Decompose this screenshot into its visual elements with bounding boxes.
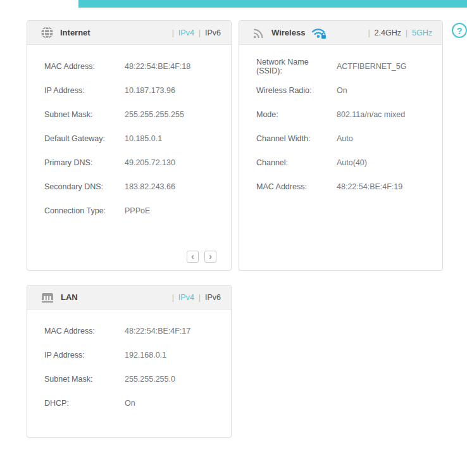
tab[interactable]: IPv4 bbox=[178, 293, 194, 302]
lan-card: LAN | IPv4 | IPv6 MAC Addr bbox=[27, 285, 232, 438]
field-value: 48:22:54:BE:4F:19 bbox=[337, 182, 402, 191]
internet-pager: ‹ › bbox=[187, 251, 216, 263]
wireless-card-body: Network Name (SSID): ACTFIBERNET_5G Wire… bbox=[239, 45, 442, 199]
field-row: Channel: Auto(40) bbox=[239, 151, 442, 175]
field-label: Channel: bbox=[256, 158, 337, 167]
wireless-card-title: Wireless bbox=[271, 28, 305, 37]
field-label: MAC Address: bbox=[256, 182, 337, 191]
chevron-right-icon: › bbox=[209, 252, 212, 261]
lan-tabs: | IPv4 | IPv6 bbox=[168, 293, 221, 302]
status-page: ? Internet | bbox=[0, 0, 467, 476]
lan-card-body: MAC Address: 48:22:54:BE:4F:17 IP Addres… bbox=[27, 310, 231, 415]
field-label: MAC Address: bbox=[44, 62, 125, 71]
chevron-left-icon: ‹ bbox=[191, 252, 194, 261]
internet-card-body: MAC Address: 48:22:54:BE:4F:18 IP Addres… bbox=[27, 45, 231, 223]
field-row: MAC Address: 48:22:54:BE:4F:17 bbox=[27, 319, 231, 343]
help-icon[interactable]: ? bbox=[452, 23, 467, 38]
field-value: 10.185.0.1 bbox=[125, 134, 162, 143]
field-label: Channel Width: bbox=[256, 134, 337, 143]
field-value: 48:22:54:BE:4F:18 bbox=[125, 62, 190, 71]
field-value: 802.11a/n/ac mixed bbox=[337, 110, 405, 119]
field-value: 49.205.72.130 bbox=[125, 158, 175, 167]
field-value: 48:22:54:BE:4F:17 bbox=[125, 327, 190, 335]
field-label: Secondary DNS: bbox=[44, 182, 125, 191]
wireless-card: Wireless | 2.4GHz bbox=[239, 20, 443, 271]
tab-separator: | bbox=[368, 28, 370, 37]
lan-card-title: LAN bbox=[61, 292, 78, 302]
internet-tabs: | IPv4 | IPv6 bbox=[168, 28, 221, 37]
internet-card-header: Internet | IPv4 | IPv6 bbox=[27, 21, 231, 45]
field-label: MAC Address: bbox=[44, 327, 125, 335]
lan-ports-icon bbox=[40, 291, 54, 303]
field-label: DHCP: bbox=[44, 399, 125, 408]
tab-separator: | bbox=[406, 28, 408, 37]
tab[interactable]: IPv6 bbox=[205, 28, 221, 37]
field-value: Auto(40) bbox=[337, 158, 367, 167]
field-row: IP Address: 10.187.173.96 bbox=[27, 78, 231, 103]
tab-separator: | bbox=[199, 293, 201, 302]
tab-separator: | bbox=[199, 28, 201, 37]
internet-card-title: Internet bbox=[60, 28, 90, 37]
tab-separator: | bbox=[172, 28, 174, 37]
field-label: Subnet Mask: bbox=[44, 110, 125, 119]
top-accent-bar bbox=[78, 0, 467, 8]
field-value: 10.187.173.96 bbox=[125, 86, 175, 95]
tab[interactable]: IPv4 bbox=[178, 28, 194, 37]
field-label: Default Gateway: bbox=[44, 134, 125, 143]
field-label: Primary DNS: bbox=[44, 158, 125, 167]
field-row: Wireless Radio: On bbox=[239, 78, 442, 103]
field-row: MAC Address: 48:22:54:BE:4F:18 bbox=[27, 54, 231, 78]
field-row: Subnet Mask: 255.255.255.255 bbox=[27, 103, 231, 127]
field-value: PPPoE bbox=[125, 206, 150, 215]
field-label: Mode: bbox=[256, 110, 337, 119]
wireless-tabs: | 2.4GHz | 5GHz bbox=[363, 28, 432, 37]
broadcast-icon bbox=[252, 27, 265, 39]
lan-card-header: LAN | IPv4 | IPv6 bbox=[27, 285, 231, 310]
globe-icon bbox=[40, 26, 54, 39]
field-row: MAC Address: 48:22:54:BE:4F:19 bbox=[239, 175, 442, 199]
field-label: Connection Type: bbox=[44, 206, 125, 215]
field-value: On bbox=[337, 86, 347, 95]
field-row: Secondary DNS: 183.82.243.66 bbox=[27, 175, 231, 199]
field-label: Wireless Radio: bbox=[256, 86, 337, 95]
field-row: DHCP: On bbox=[27, 391, 231, 415]
field-row: IP Address: 192.168.0.1 bbox=[27, 343, 231, 367]
tab-separator: | bbox=[172, 293, 174, 302]
field-row: Default Gateway: 10.185.0.1 bbox=[27, 127, 231, 151]
tab[interactable]: 2.4GHz bbox=[375, 28, 401, 37]
field-value: 255.255.255.255 bbox=[125, 110, 184, 119]
pager-next-button[interactable]: › bbox=[204, 251, 216, 263]
field-label: IP Address: bbox=[44, 351, 125, 360]
field-label: Network Name (SSID): bbox=[256, 58, 337, 75]
field-value: 255.255.255.0 bbox=[125, 375, 175, 384]
field-row: Network Name (SSID): ACTFIBERNET_5G bbox=[239, 54, 442, 78]
field-value: Auto bbox=[337, 134, 353, 143]
tab[interactable]: IPv6 bbox=[205, 293, 221, 302]
field-label: Subnet Mask: bbox=[44, 375, 125, 384]
tab[interactable]: 5GHz bbox=[412, 28, 432, 37]
field-row: Channel Width: Auto bbox=[239, 127, 442, 151]
internet-card: Internet | IPv4 | IPv6 MAC bbox=[27, 20, 232, 271]
field-row: Primary DNS: 49.205.72.130 bbox=[27, 151, 231, 175]
field-row: Mode: 802.11a/n/ac mixed bbox=[239, 103, 442, 127]
field-row: Subnet Mask: 255.255.255.0 bbox=[27, 367, 231, 391]
field-value: 192.168.0.1 bbox=[125, 351, 166, 360]
help-glyph: ? bbox=[456, 25, 462, 36]
field-value: On bbox=[125, 399, 135, 408]
wireless-card-header: Wireless | 2.4GHz bbox=[239, 21, 442, 45]
pager-prev-button[interactable]: ‹ bbox=[187, 251, 199, 263]
field-row: Connection Type: PPPoE bbox=[27, 199, 231, 223]
wifi-secured-icon bbox=[311, 27, 327, 39]
field-value: 183.82.243.66 bbox=[125, 182, 175, 191]
field-label: IP Address: bbox=[44, 86, 125, 95]
field-value: ACTFIBERNET_5G bbox=[337, 62, 406, 71]
